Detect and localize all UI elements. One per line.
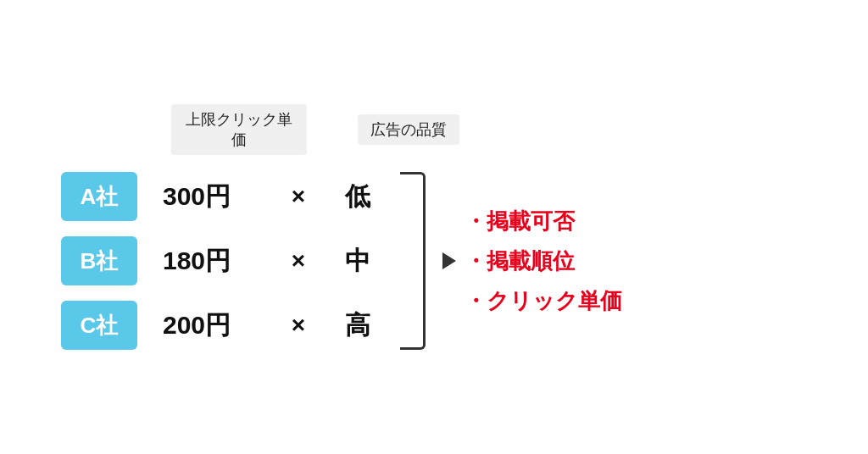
multiply-b: × (281, 247, 315, 274)
multiply-a: × (281, 183, 315, 210)
result-item-3: クリック単価 (465, 286, 622, 316)
result-item-2: 掲載順位 (465, 246, 622, 276)
quality-a: 低 (332, 180, 383, 214)
quality-b: 中 (332, 244, 383, 279)
company-badge-b: B社 (61, 236, 137, 285)
header-row: 上限クリック単価 広告の品質 (171, 104, 459, 155)
company-badge-a: A社 (61, 172, 137, 221)
arrow-icon (442, 252, 456, 269)
main-container: 上限クリック単価 広告の品質 A社 300円 × 低 B社 180円 × (61, 104, 807, 350)
content-area: A社 300円 × 低 B社 180円 × 中 C社 200円 (61, 172, 622, 350)
result-item-1: 掲載可否 (465, 207, 622, 236)
multiply-c: × (281, 312, 315, 339)
table-row: C社 200円 × 高 (61, 301, 383, 350)
bracket-section: 掲載可否 掲載順位 クリック単価 (400, 172, 622, 350)
quality-c: 高 (332, 308, 383, 343)
table-row: A社 300円 × 低 (61, 172, 383, 221)
price-c: 200円 (163, 308, 264, 343)
rows-section: A社 300円 × 低 B社 180円 × 中 C社 200円 (61, 172, 383, 350)
results-list: 掲載可否 掲載順位 クリック単価 (465, 207, 622, 316)
table-row: B社 180円 × 中 (61, 236, 383, 285)
bracket-symbol (400, 172, 426, 350)
header-ad-quality: 広告の品質 (358, 114, 459, 145)
price-a: 300円 (163, 180, 264, 214)
company-badge-c: C社 (61, 301, 137, 350)
price-b: 180円 (163, 244, 264, 279)
header-click-price: 上限クリック単価 (171, 104, 307, 155)
